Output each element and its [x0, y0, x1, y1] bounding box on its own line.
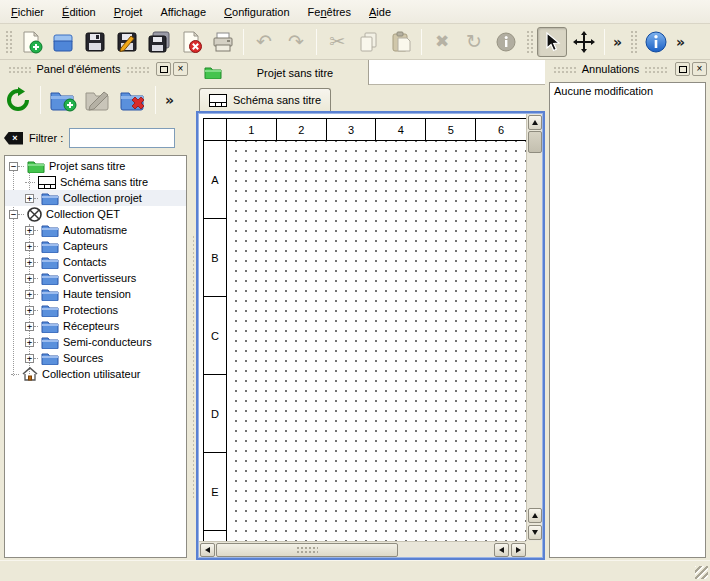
diagram-view[interactable]: 1 2 3 4 5 6 A B C D E [196, 111, 545, 560]
dock-float-button[interactable] [675, 62, 690, 76]
expand-icon[interactable]: + [25, 258, 34, 267]
edit-category-button[interactable] [82, 84, 114, 116]
new-category-button[interactable] [47, 84, 79, 116]
vertical-scrollbar[interactable] [526, 114, 542, 541]
elements-tree[interactable]: − Projet sans titre Schéma sans titre + [4, 155, 187, 558]
diagram-canvas[interactable]: 1 2 3 4 5 6 A B C D E [199, 114, 527, 541]
tree-item-haute-tension[interactable]: + Haute tension [5, 286, 186, 302]
menu-configuration[interactable]: Configuration [215, 0, 298, 23]
scroll-right-button[interactable] [511, 543, 526, 557]
toolbar-drag-handle[interactable] [4, 29, 12, 55]
open-project-button[interactable] [48, 27, 78, 57]
folder-icon [41, 224, 59, 237]
tab-schema[interactable]: Schéma sans titre [199, 88, 331, 111]
vertical-scroll-thumb[interactable] [528, 131, 542, 153]
tree-item-schema[interactable]: Schéma sans titre [5, 174, 186, 190]
expand-icon[interactable]: + [25, 354, 34, 363]
tree-item-sources[interactable]: + Sources [5, 350, 186, 366]
scroll-down-button[interactable] [528, 525, 542, 540]
copy-button[interactable] [354, 27, 384, 57]
undo-button[interactable]: ↶ [249, 27, 279, 57]
expand-icon[interactable]: + [25, 338, 34, 347]
toolbar-drag-handle[interactable] [629, 29, 637, 55]
menu-edition[interactable]: Édition [53, 0, 105, 23]
menu-affichage[interactable]: Affichage [151, 0, 215, 23]
horizontal-scroll-thumb[interactable] [216, 543, 398, 557]
frame-row-header: E [204, 453, 227, 531]
undo-list-item[interactable]: Aucune modification [550, 83, 705, 99]
collapse-icon[interactable]: − [9, 162, 18, 171]
filter-label: Filtrer : [29, 132, 63, 144]
scroll-track[interactable] [398, 542, 493, 557]
expand-icon[interactable]: + [25, 322, 34, 331]
menu-fenetres[interactable]: Fenêtres [299, 0, 360, 23]
arrow-right-icon [516, 547, 521, 553]
paste-button[interactable] [386, 27, 416, 57]
new-project-button[interactable] [16, 27, 46, 57]
filter-input[interactable] [69, 128, 175, 148]
scroll-up-button[interactable] [528, 508, 542, 523]
status-bar [0, 560, 710, 581]
expand-icon[interactable]: + [25, 194, 34, 203]
tree-item-automatisme[interactable]: + Automatisme [5, 222, 186, 238]
tree-item-protections[interactable]: + Protections [5, 302, 186, 318]
tree-item-collection-qet[interactable]: − Collection QET [5, 206, 186, 222]
collapse-icon[interactable]: − [9, 210, 18, 219]
info-gray-icon [495, 31, 517, 53]
save-button[interactable] [80, 27, 110, 57]
print-button[interactable] [208, 27, 238, 57]
tree-item-collection-projet[interactable]: + Collection projet [5, 190, 186, 206]
delete-button[interactable]: ✖ [427, 27, 457, 57]
select-tool-button[interactable] [537, 27, 567, 57]
frame-row-header: B [204, 219, 227, 297]
menu-projet[interactable]: Projet [105, 0, 152, 23]
toolbar-extension-chevron[interactable]: » [673, 34, 688, 50]
about-button[interactable] [641, 27, 671, 57]
delete-category-button[interactable] [117, 84, 149, 116]
rotate-button[interactable]: ↻ [459, 27, 489, 57]
tab-project[interactable]: Projet sans titre [196, 60, 369, 85]
save-as-button[interactable] [112, 27, 142, 57]
expand-icon[interactable]: + [25, 290, 34, 299]
dock-float-button[interactable] [156, 62, 171, 76]
menu-aide[interactable]: Aide [360, 0, 400, 23]
expand-icon[interactable]: + [25, 226, 34, 235]
expand-icon[interactable]: + [25, 274, 34, 283]
tree-item-convertisseurs[interactable]: + Convertisseurs [5, 270, 186, 286]
schema-tab-label: Schéma sans titre [233, 94, 321, 106]
redo-button[interactable]: ↷ [281, 27, 311, 57]
dock-texture [553, 66, 577, 73]
dock-close-button[interactable]: × [692, 62, 707, 76]
scroll-up-button[interactable] [528, 115, 542, 130]
reload-collections-button[interactable] [2, 84, 34, 116]
folder-icon [41, 240, 59, 253]
undo-history-list[interactable]: Aucune modification [549, 82, 706, 558]
folder-icon [41, 320, 59, 333]
save-all-button[interactable] [144, 27, 174, 57]
expand-icon[interactable]: + [25, 242, 34, 251]
tree-item-semi-conducteurs[interactable]: + Semi-conducteurs [5, 334, 186, 350]
tree-item-project[interactable]: − Projet sans titre [5, 158, 186, 174]
tree-item-contacts[interactable]: + Contacts [5, 254, 186, 270]
panel-extension-chevron[interactable]: » [162, 92, 177, 108]
menu-fichier[interactable]: Fichier [2, 0, 53, 23]
dock-close-button[interactable]: × [173, 62, 188, 76]
close-file-button[interactable] [176, 27, 206, 57]
tree-item-collection-utilisateur[interactable]: Collection utilisateur [5, 366, 186, 382]
tree-item-capteurs[interactable]: + Capteurs [5, 238, 186, 254]
resize-grip[interactable] [695, 566, 708, 579]
toolbar-drag-handle[interactable] [525, 29, 533, 55]
scroll-left-button[interactable] [494, 543, 509, 557]
element-info-button[interactable] [491, 27, 521, 57]
printer-icon [211, 30, 235, 54]
clear-filter-icon[interactable]: × [4, 132, 23, 145]
move-tool-button[interactable] [569, 27, 599, 57]
cut-button[interactable]: ✂ [322, 27, 352, 57]
tree-item-recepteurs[interactable]: + Récepteurs [5, 318, 186, 334]
horizontal-scrollbar[interactable] [199, 541, 527, 557]
elements-panel-header: Panel d'éléments × [0, 60, 191, 78]
expand-icon[interactable]: + [25, 306, 34, 315]
scroll-left-button[interactable] [200, 543, 215, 557]
scroll-track[interactable] [527, 153, 542, 507]
toolbar-extension-chevron[interactable]: » [610, 34, 625, 50]
